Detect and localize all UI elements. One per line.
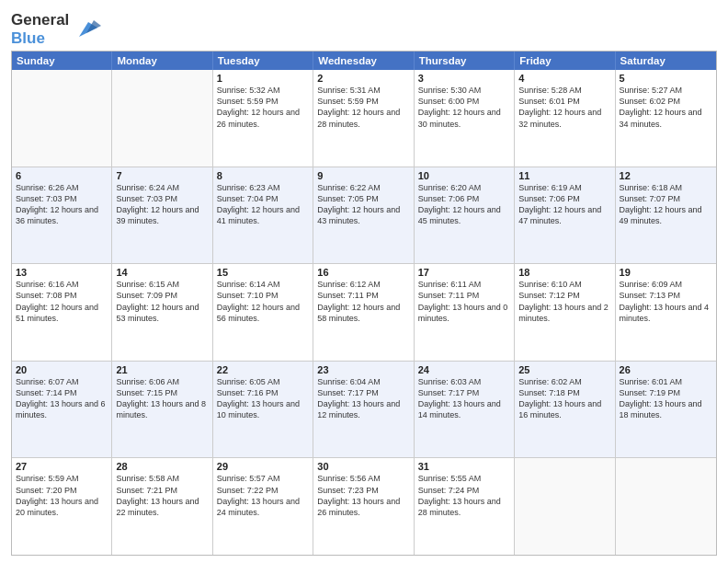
day-cell-26: 26Sunrise: 6:01 AM Sunset: 7:19 PM Dayli… — [616, 362, 716, 458]
day-cell-5: 5Sunrise: 5:27 AM Sunset: 6:02 PM Daylig… — [616, 70, 716, 167]
day-info: Sunrise: 5:32 AM Sunset: 5:59 PM Dayligh… — [217, 85, 309, 130]
logo-line2: Blue — [11, 29, 69, 48]
day-cell-11: 11Sunrise: 6:19 AM Sunset: 7:06 PM Dayli… — [515, 167, 615, 264]
day-info: Sunrise: 5:31 AM Sunset: 5:59 PM Dayligh… — [317, 85, 409, 130]
logo-icon — [72, 13, 101, 42]
day-number: 15 — [217, 267, 309, 278]
day-number: 9 — [317, 170, 409, 181]
day-number: 17 — [418, 267, 510, 278]
day-info: Sunrise: 6:11 AM Sunset: 7:11 PM Dayligh… — [418, 279, 510, 324]
day-info: Sunrise: 5:27 AM Sunset: 6:02 PM Dayligh… — [620, 85, 712, 130]
day-cell-3: 3Sunrise: 5:30 AM Sunset: 6:00 PM Daylig… — [415, 70, 515, 167]
day-cell-30: 30Sunrise: 5:56 AM Sunset: 7:23 PM Dayli… — [313, 458, 414, 555]
day-info: Sunrise: 6:07 AM Sunset: 7:14 PM Dayligh… — [16, 376, 108, 421]
empty-cell — [515, 458, 615, 555]
day-number: 19 — [620, 267, 712, 278]
day-info: Sunrise: 6:20 AM Sunset: 7:06 PM Dayligh… — [418, 182, 510, 227]
day-info: Sunrise: 6:05 AM Sunset: 7:16 PM Dayligh… — [217, 376, 309, 421]
calendar-row-1: 1Sunrise: 5:32 AM Sunset: 5:59 PM Daylig… — [12, 70, 716, 167]
day-cell-24: 24Sunrise: 6:03 AM Sunset: 7:17 PM Dayli… — [415, 362, 515, 458]
calendar-body: 1Sunrise: 5:32 AM Sunset: 5:59 PM Daylig… — [12, 70, 716, 555]
day-info: Sunrise: 6:10 AM Sunset: 7:12 PM Dayligh… — [518, 279, 610, 324]
day-number: 27 — [16, 461, 108, 472]
day-number: 2 — [317, 73, 409, 84]
day-number: 4 — [518, 73, 610, 84]
day-cell-15: 15Sunrise: 6:14 AM Sunset: 7:10 PM Dayli… — [213, 264, 313, 361]
day-info: Sunrise: 6:12 AM Sunset: 7:11 PM Dayligh… — [317, 279, 409, 324]
day-cell-10: 10Sunrise: 6:20 AM Sunset: 7:06 PM Dayli… — [415, 167, 515, 264]
day-number: 7 — [116, 170, 208, 181]
day-cell-1: 1Sunrise: 5:32 AM Sunset: 5:59 PM Daylig… — [213, 70, 313, 167]
day-info: Sunrise: 6:03 AM Sunset: 7:17 PM Dayligh… — [418, 376, 510, 421]
calendar-row-4: 20Sunrise: 6:07 AM Sunset: 7:14 PM Dayli… — [12, 361, 716, 458]
day-cell-19: 19Sunrise: 6:09 AM Sunset: 7:13 PM Dayli… — [616, 264, 716, 361]
day-cell-25: 25Sunrise: 6:02 AM Sunset: 7:18 PM Dayli… — [515, 362, 615, 458]
calendar: SundayMondayTuesdayWednesdayThursdayFrid… — [11, 51, 717, 556]
day-cell-9: 9Sunrise: 6:22 AM Sunset: 7:05 PM Daylig… — [313, 167, 414, 264]
empty-cell — [112, 70, 212, 167]
day-number: 11 — [518, 170, 610, 181]
day-number: 28 — [116, 461, 208, 472]
day-cell-28: 28Sunrise: 5:58 AM Sunset: 7:21 PM Dayli… — [112, 458, 212, 555]
day-info: Sunrise: 5:30 AM Sunset: 6:00 PM Dayligh… — [418, 85, 510, 130]
day-number: 13 — [16, 267, 108, 278]
day-number: 29 — [217, 461, 309, 472]
day-header-sunday: Sunday — [12, 52, 112, 70]
day-info: Sunrise: 6:19 AM Sunset: 7:06 PM Dayligh… — [518, 182, 610, 227]
day-info: Sunrise: 6:02 AM Sunset: 7:18 PM Dayligh… — [518, 376, 610, 421]
day-cell-20: 20Sunrise: 6:07 AM Sunset: 7:14 PM Dayli… — [12, 362, 112, 458]
day-cell-23: 23Sunrise: 6:04 AM Sunset: 7:17 PM Dayli… — [313, 362, 414, 458]
header: General Blue — [11, 9, 717, 47]
day-info: Sunrise: 6:06 AM Sunset: 7:15 PM Dayligh… — [116, 376, 208, 421]
day-number: 21 — [116, 364, 208, 375]
day-number: 20 — [16, 364, 108, 375]
day-info: Sunrise: 6:22 AM Sunset: 7:05 PM Dayligh… — [317, 182, 409, 227]
day-info: Sunrise: 6:18 AM Sunset: 7:07 PM Dayligh… — [620, 182, 712, 227]
day-header-tuesday: Tuesday — [213, 52, 313, 70]
day-info: Sunrise: 6:26 AM Sunset: 7:03 PM Dayligh… — [16, 182, 108, 227]
day-number: 1 — [217, 73, 309, 84]
empty-cell — [616, 458, 716, 555]
day-number: 23 — [317, 364, 409, 375]
day-info: Sunrise: 6:15 AM Sunset: 7:09 PM Dayligh… — [116, 279, 208, 324]
day-info: Sunrise: 6:01 AM Sunset: 7:19 PM Dayligh… — [620, 376, 712, 421]
calendar-row-5: 27Sunrise: 5:59 AM Sunset: 7:20 PM Dayli… — [12, 457, 716, 555]
day-cell-14: 14Sunrise: 6:15 AM Sunset: 7:09 PM Dayli… — [112, 264, 212, 361]
day-number: 16 — [317, 267, 409, 278]
day-info: Sunrise: 6:16 AM Sunset: 7:08 PM Dayligh… — [16, 279, 108, 324]
day-number: 12 — [620, 170, 712, 181]
day-info: Sunrise: 6:23 AM Sunset: 7:04 PM Dayligh… — [217, 182, 309, 227]
day-info: Sunrise: 5:59 AM Sunset: 7:20 PM Dayligh… — [16, 473, 108, 518]
day-cell-27: 27Sunrise: 5:59 AM Sunset: 7:20 PM Dayli… — [12, 458, 112, 555]
day-cell-31: 31Sunrise: 5:55 AM Sunset: 7:24 PM Dayli… — [415, 458, 515, 555]
day-number: 22 — [217, 364, 309, 375]
calendar-row-3: 13Sunrise: 6:16 AM Sunset: 7:08 PM Dayli… — [12, 263, 716, 361]
day-info: Sunrise: 5:58 AM Sunset: 7:21 PM Dayligh… — [116, 473, 208, 518]
day-info: Sunrise: 6:14 AM Sunset: 7:10 PM Dayligh… — [217, 279, 309, 324]
day-header-friday: Friday — [515, 52, 615, 70]
day-number: 30 — [317, 461, 409, 472]
day-cell-12: 12Sunrise: 6:18 AM Sunset: 7:07 PM Dayli… — [616, 167, 716, 264]
page: General Blue SundayMondayTuesdayWednesda… — [0, 0, 728, 563]
day-cell-4: 4Sunrise: 5:28 AM Sunset: 6:01 PM Daylig… — [515, 70, 615, 167]
day-info: Sunrise: 5:55 AM Sunset: 7:24 PM Dayligh… — [418, 473, 510, 518]
day-cell-29: 29Sunrise: 5:57 AM Sunset: 7:22 PM Dayli… — [213, 458, 313, 555]
day-cell-16: 16Sunrise: 6:12 AM Sunset: 7:11 PM Dayli… — [313, 264, 414, 361]
day-info: Sunrise: 5:56 AM Sunset: 7:23 PM Dayligh… — [317, 473, 409, 518]
day-number: 26 — [620, 364, 712, 375]
empty-cell — [12, 70, 112, 167]
day-number: 24 — [418, 364, 510, 375]
day-info: Sunrise: 6:24 AM Sunset: 7:03 PM Dayligh… — [116, 182, 208, 227]
day-info: Sunrise: 6:09 AM Sunset: 7:13 PM Dayligh… — [620, 279, 712, 324]
day-header-monday: Monday — [112, 52, 212, 70]
calendar-header: SundayMondayTuesdayWednesdayThursdayFrid… — [12, 52, 716, 70]
day-number: 18 — [518, 267, 610, 278]
day-cell-18: 18Sunrise: 6:10 AM Sunset: 7:12 PM Dayli… — [515, 264, 615, 361]
day-number: 8 — [217, 170, 309, 181]
day-cell-17: 17Sunrise: 6:11 AM Sunset: 7:11 PM Dayli… — [415, 264, 515, 361]
logo-line1: General — [11, 11, 69, 29]
day-cell-21: 21Sunrise: 6:06 AM Sunset: 7:15 PM Dayli… — [112, 362, 212, 458]
day-number: 25 — [518, 364, 610, 375]
day-info: Sunrise: 6:04 AM Sunset: 7:17 PM Dayligh… — [317, 376, 409, 421]
day-cell-8: 8Sunrise: 6:23 AM Sunset: 7:04 PM Daylig… — [213, 167, 313, 264]
